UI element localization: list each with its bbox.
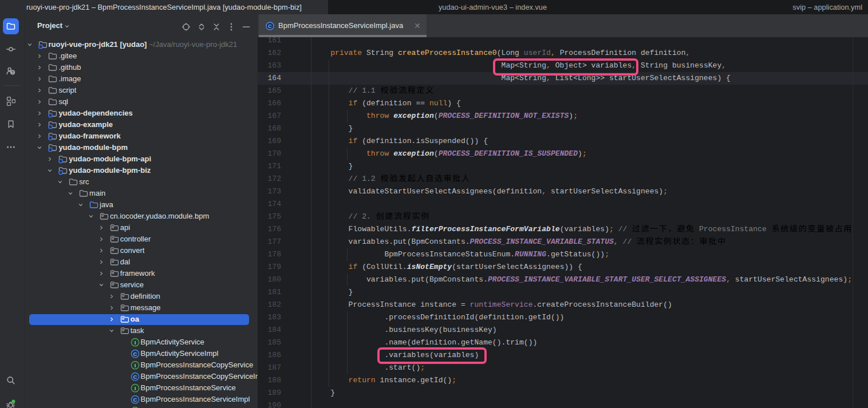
svg-text:?: ?: [11, 70, 14, 74]
svg-text:C: C: [268, 23, 272, 29]
